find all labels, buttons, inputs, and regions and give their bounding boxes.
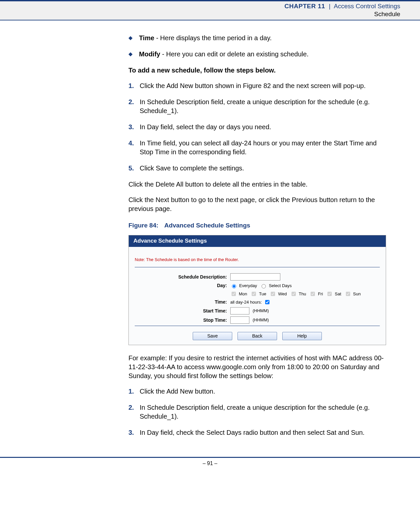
list-number: 3. bbox=[128, 123, 134, 132]
list-item: 2.In Schedule Description field, create … bbox=[128, 403, 387, 421]
day-checkbox-sat[interactable] bbox=[327, 292, 332, 296]
day-checkbox-mon[interactable] bbox=[232, 292, 236, 296]
list-item: 4.In Time field, you can select all day-… bbox=[128, 139, 387, 157]
list-number: 1. bbox=[128, 387, 134, 396]
list-item: 3.In Day field, check the Select Days ra… bbox=[128, 428, 387, 437]
hhmm-hint: (HHMM) bbox=[253, 317, 269, 323]
example-paragraph: For example: If you desire to restrict t… bbox=[128, 354, 387, 380]
day-label: Thu bbox=[299, 291, 306, 297]
figure-number: Figure 84: bbox=[128, 222, 158, 229]
schedule-settings-panel: Advance Schedule Settings Note: The Sche… bbox=[128, 235, 386, 345]
label-start-time: Start Time: bbox=[135, 308, 230, 314]
bullet-list: Time - Here displays the time period in … bbox=[128, 34, 387, 59]
divider bbox=[135, 326, 380, 326]
row-time: Time: all day-24 hours: bbox=[135, 299, 380, 305]
list-text: Click the Add New button. bbox=[140, 388, 215, 395]
day-label: Fri bbox=[318, 291, 323, 297]
list-number: 2. bbox=[128, 403, 134, 412]
label-day: Day: bbox=[135, 282, 230, 289]
day-label: Tue bbox=[259, 291, 266, 297]
row-start-time: Start Time: (HHMM) bbox=[135, 307, 380, 314]
day-label: Mon bbox=[239, 291, 247, 297]
bullet-item: Modify - Here you can edit or delete an … bbox=[128, 50, 387, 59]
day-label: Wed bbox=[278, 291, 287, 297]
list-number: 1. bbox=[128, 81, 134, 90]
header-separator: | bbox=[327, 3, 332, 10]
paragraph: Click the Next button to go to the next … bbox=[128, 195, 387, 213]
all-day-label: all day-24 hours: bbox=[230, 299, 262, 305]
bullet-term: Modify bbox=[139, 50, 160, 58]
hhmm-hint: (HHMM) bbox=[253, 308, 269, 314]
header-title: Access Control Settings bbox=[334, 3, 400, 10]
save-button[interactable]: Save bbox=[193, 332, 232, 340]
list-number: 3. bbox=[128, 428, 134, 437]
list-item: 3.In Day field, select the day or days y… bbox=[128, 123, 387, 132]
list-item: 2.In Schedule Description field, create … bbox=[128, 98, 387, 115]
row-schedule-description: Schedule Description: bbox=[135, 273, 380, 281]
day-checkbox-fri[interactable] bbox=[311, 292, 315, 296]
stop-time-input[interactable] bbox=[230, 316, 249, 324]
figure-title: Advanced Schedule Settings bbox=[164, 222, 250, 229]
select-days-radio[interactable] bbox=[262, 284, 266, 288]
everyday-label: Everyday bbox=[239, 283, 257, 289]
list-number: 5. bbox=[128, 164, 134, 173]
section-heading: To add a new schedule, follow the steps … bbox=[128, 66, 387, 75]
list-text: In Schedule Description field, create a … bbox=[140, 98, 370, 114]
bullet-term: Time bbox=[139, 34, 154, 42]
list-text: In Day field, select the day or days you… bbox=[140, 123, 271, 131]
bullet-text: - Here you can edit or delete an existin… bbox=[160, 50, 308, 58]
label-stop-time: Stop Time: bbox=[135, 317, 230, 323]
page-header: CHAPTER 11 | Access Control Settings Sch… bbox=[0, 0, 420, 20]
chapter-label: CHAPTER 11 bbox=[285, 3, 325, 10]
list-number: 2. bbox=[128, 98, 134, 106]
page-number: – 91 – bbox=[0, 458, 420, 466]
bullet-text: - Here displays the time period in a day… bbox=[154, 34, 271, 42]
start-time-input[interactable] bbox=[230, 307, 249, 314]
label-time: Time: bbox=[135, 299, 230, 305]
row-stop-time: Stop Time: (HHMM) bbox=[135, 316, 380, 324]
day-checkbox-sun[interactable] bbox=[346, 292, 350, 296]
list-item: 1.Click the Add New button shown in Figu… bbox=[128, 81, 387, 90]
back-button[interactable]: Back bbox=[238, 332, 277, 340]
panel-note: Note: The Schedule is based on the time … bbox=[135, 250, 380, 265]
panel-title: Advance Schedule Settings bbox=[129, 235, 386, 247]
bullet-item: Time - Here displays the time period in … bbox=[128, 34, 387, 43]
paragraph: Click the Delete All button to delete al… bbox=[128, 180, 387, 189]
day-checkbox-wed[interactable] bbox=[271, 292, 275, 296]
list-item: 5.Click Save to complete the settings. bbox=[128, 164, 387, 173]
list-number: 4. bbox=[128, 139, 134, 148]
button-row: Save Back Help bbox=[135, 332, 380, 340]
day-label: Sun bbox=[353, 291, 361, 297]
main-content: Time - Here displays the time period in … bbox=[128, 34, 387, 437]
numbered-list-a: 1.Click the Add New button shown in Figu… bbox=[128, 81, 387, 173]
label-schedule-description: Schedule Description: bbox=[135, 274, 230, 280]
list-text: Click Save to complete the settings. bbox=[140, 164, 244, 172]
help-button[interactable]: Help bbox=[282, 332, 322, 340]
figure-caption: Figure 84:Advanced Schedule Settings bbox=[128, 221, 387, 230]
row-days-checkboxes: Mon Tue Wed Thu Fri Sat Sun bbox=[135, 291, 380, 297]
all-day-checkbox[interactable] bbox=[265, 300, 269, 304]
list-text: In Schedule Description field, create a … bbox=[140, 404, 370, 420]
footer-rule bbox=[0, 457, 420, 458]
select-days-label: Select Days bbox=[269, 283, 292, 289]
day-checkbox-tue[interactable] bbox=[252, 292, 256, 296]
list-text: In Time field, you can select all day-24… bbox=[140, 139, 377, 156]
day-label: Sat bbox=[335, 291, 341, 297]
list-text: Click the Add New button shown in Figure… bbox=[140, 82, 366, 89]
day-checkbox-thu[interactable] bbox=[292, 292, 296, 296]
header-subtitle: Schedule bbox=[0, 11, 400, 18]
everyday-radio[interactable] bbox=[232, 284, 236, 288]
list-text: In Day field, check the Select Days radi… bbox=[140, 429, 365, 436]
numbered-list-b: 1.Click the Add New button. 2.In Schedul… bbox=[128, 387, 387, 437]
row-day: Day: Everyday Select Days bbox=[135, 282, 380, 289]
divider bbox=[135, 267, 380, 267]
schedule-description-input[interactable] bbox=[230, 273, 280, 281]
list-item: 1.Click the Add New button. bbox=[128, 387, 387, 396]
